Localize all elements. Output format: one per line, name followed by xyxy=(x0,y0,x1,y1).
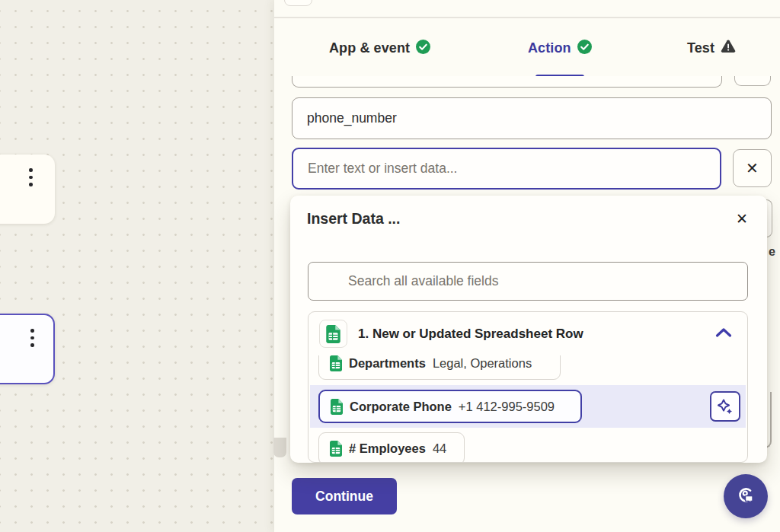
google-sheets-icon xyxy=(330,441,342,457)
continue-button[interactable]: Continue xyxy=(292,478,397,514)
tab-label: App & event xyxy=(329,40,410,56)
google-sheets-icon xyxy=(330,355,342,371)
field-label: Corporate Phone xyxy=(350,400,452,414)
divider xyxy=(274,17,780,18)
field-value: Legal, Operations xyxy=(433,356,532,371)
support-chat-icon xyxy=(734,485,757,508)
sparkles-icon xyxy=(716,397,734,416)
source-title: 1. New or Updated Spreadsheet Row xyxy=(358,327,715,342)
zap-step-card[interactable] xyxy=(0,155,55,224)
tab-label: Action xyxy=(528,40,571,56)
tab-label: Test xyxy=(687,40,714,56)
warning-triangle-icon xyxy=(721,40,736,56)
field-label: Departments xyxy=(349,356,426,371)
zap-step-card-selected[interactable] xyxy=(0,314,55,384)
clipped-button-above[interactable] xyxy=(734,76,771,86)
tab-app-and-event[interactable]: App & event xyxy=(329,40,430,57)
tab-action[interactable]: Action xyxy=(528,40,592,57)
insert-data-popup: Insert Data ... ✕ 1. New or Updated Spre… xyxy=(290,196,767,463)
clipped-input-above[interactable] xyxy=(292,76,722,88)
popup-title: Insert Data ... xyxy=(307,210,400,228)
clipped-toolbar-button[interactable] xyxy=(284,0,312,6)
field-pill-corporate-phone[interactable]: Corporate Phone +1 412-995-9509 xyxy=(318,390,582,423)
help-chat-button[interactable] xyxy=(724,474,768,518)
kebab-menu-icon[interactable] xyxy=(29,168,34,186)
source-section-header[interactable]: 1. New or Updated Spreadsheet Row xyxy=(308,312,747,355)
clipped-text-fragment: e xyxy=(769,245,775,259)
field-value: 44 xyxy=(433,441,446,456)
mapping-value-input[interactable] xyxy=(292,148,721,190)
chevron-up-icon[interactable] xyxy=(715,327,732,341)
tab-test[interactable]: Test xyxy=(687,40,736,56)
search-input[interactable] xyxy=(308,262,748,301)
clipped-scroll-fragment xyxy=(273,438,286,457)
check-circle-icon xyxy=(577,40,592,57)
field-value: +1 412-995-9509 xyxy=(459,400,555,414)
close-icon: ✕ xyxy=(746,159,759,177)
field-pill-departments[interactable]: Departments Legal, Operations xyxy=(318,355,561,380)
step-editor-panel: App & event Action Test ✕ e Insert Data … xyxy=(274,0,780,532)
google-sheets-icon xyxy=(319,320,347,348)
field-name-input[interactable] xyxy=(292,97,772,139)
clear-field-button[interactable]: ✕ xyxy=(733,149,772,187)
close-icon[interactable]: ✕ xyxy=(734,209,750,228)
field-list: Departments Legal, Operations Corporate … xyxy=(308,355,747,462)
kebab-menu-icon[interactable] xyxy=(30,329,35,347)
ai-sparkle-button[interactable] xyxy=(710,391,740,422)
trigger-source-section: 1. New or Updated Spreadsheet Row Depart… xyxy=(308,311,748,463)
check-circle-icon xyxy=(416,40,430,57)
field-label: # Employees xyxy=(349,441,426,456)
clipped-button-behind-popup xyxy=(766,199,772,237)
field-pill-employees[interactable]: # Employees 44 xyxy=(318,432,465,462)
google-sheets-icon xyxy=(331,399,343,415)
